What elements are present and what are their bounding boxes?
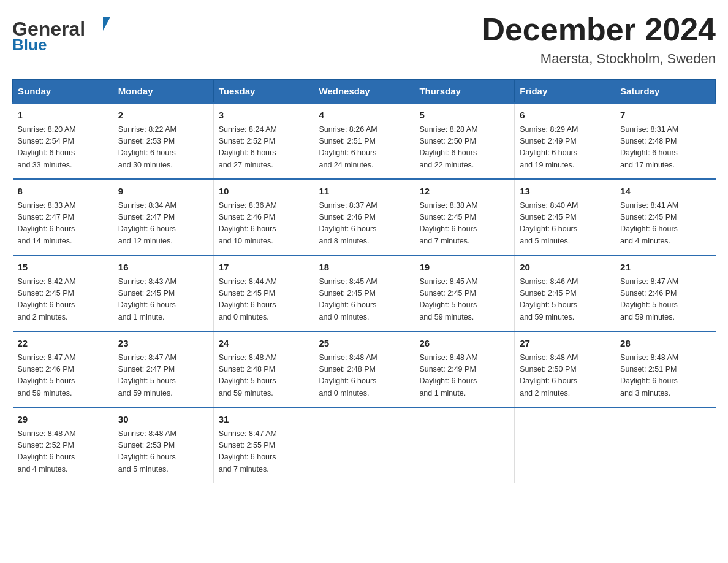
day-info: Sunrise: 8:20 AMSunset: 2:54 PMDaylight:… — [18, 124, 108, 172]
calendar-header-row: Sunday Monday Tuesday Wednesday Thursday… — [13, 80, 716, 104]
table-row: 2Sunrise: 8:22 AMSunset: 2:53 PMDaylight… — [113, 103, 213, 179]
day-info: Sunrise: 8:31 AMSunset: 2:48 PMDaylight:… — [620, 124, 710, 172]
day-number: 27 — [520, 337, 610, 351]
table-row: 23Sunrise: 8:47 AMSunset: 2:47 PMDayligh… — [113, 331, 213, 407]
col-sunday: Sunday — [13, 80, 113, 104]
svg-text:Blue: Blue — [12, 36, 47, 52]
day-number: 15 — [18, 261, 108, 275]
col-saturday: Saturday — [615, 80, 716, 104]
day-info: Sunrise: 8:42 AMSunset: 2:45 PMDaylight:… — [18, 276, 108, 324]
calendar-month-title: December 2024 — [482, 12, 716, 47]
day-number: 20 — [520, 261, 610, 275]
day-number: 11 — [319, 185, 409, 199]
calendar-title-area: December 2024 Maersta, Stockholm, Sweden — [482, 12, 716, 67]
table-row: 11Sunrise: 8:37 AMSunset: 2:46 PMDayligh… — [314, 179, 414, 255]
day-number: 4 — [319, 109, 409, 123]
calendar-table: Sunday Monday Tuesday Wednesday Thursday… — [12, 79, 716, 483]
col-friday: Friday — [515, 80, 615, 104]
day-info: Sunrise: 8:38 AMSunset: 2:45 PMDaylight:… — [419, 200, 509, 248]
day-info: Sunrise: 8:48 AMSunset: 2:51 PMDaylight:… — [620, 352, 710, 400]
day-info: Sunrise: 8:48 AMSunset: 2:53 PMDaylight:… — [118, 428, 208, 476]
table-row: 9Sunrise: 8:34 AMSunset: 2:47 PMDaylight… — [113, 179, 213, 255]
day-number: 2 — [118, 109, 208, 123]
table-row: 13Sunrise: 8:40 AMSunset: 2:45 PMDayligh… — [515, 179, 615, 255]
calendar-week-row: 22Sunrise: 8:47 AMSunset: 2:46 PMDayligh… — [13, 331, 716, 407]
day-number: 18 — [319, 261, 409, 275]
table-row: 28Sunrise: 8:48 AMSunset: 2:51 PMDayligh… — [615, 331, 716, 407]
day-number: 8 — [18, 185, 108, 199]
day-info: Sunrise: 8:33 AMSunset: 2:47 PMDaylight:… — [18, 200, 108, 248]
day-number: 17 — [219, 261, 309, 275]
day-number: 28 — [620, 337, 710, 351]
generalblue-logo: General Blue — [12, 12, 129, 52]
day-info: Sunrise: 8:47 AMSunset: 2:55 PMDaylight:… — [219, 428, 309, 476]
table-row: 3Sunrise: 8:24 AMSunset: 2:52 PMDaylight… — [213, 103, 314, 179]
table-row: 17Sunrise: 8:44 AMSunset: 2:45 PMDayligh… — [213, 255, 314, 331]
day-number: 13 — [520, 185, 610, 199]
calendar-week-row: 8Sunrise: 8:33 AMSunset: 2:47 PMDaylight… — [13, 179, 716, 255]
day-info: Sunrise: 8:45 AMSunset: 2:45 PMDaylight:… — [419, 276, 509, 324]
table-row: 10Sunrise: 8:36 AMSunset: 2:46 PMDayligh… — [213, 179, 314, 255]
calendar-week-row: 1Sunrise: 8:20 AMSunset: 2:54 PMDaylight… — [13, 103, 716, 179]
table-row: 12Sunrise: 8:38 AMSunset: 2:45 PMDayligh… — [414, 179, 515, 255]
day-info: Sunrise: 8:24 AMSunset: 2:52 PMDaylight:… — [219, 124, 309, 172]
day-info: Sunrise: 8:40 AMSunset: 2:45 PMDaylight:… — [520, 200, 610, 248]
day-number: 19 — [419, 261, 509, 275]
day-info: Sunrise: 8:28 AMSunset: 2:50 PMDaylight:… — [419, 124, 509, 172]
table-row: 15Sunrise: 8:42 AMSunset: 2:45 PMDayligh… — [13, 255, 113, 331]
table-row: 26Sunrise: 8:48 AMSunset: 2:49 PMDayligh… — [414, 331, 515, 407]
table-row: 8Sunrise: 8:33 AMSunset: 2:47 PMDaylight… — [13, 179, 113, 255]
day-info: Sunrise: 8:47 AMSunset: 2:46 PMDaylight:… — [18, 352, 108, 400]
day-info: Sunrise: 8:43 AMSunset: 2:45 PMDaylight:… — [118, 276, 208, 324]
day-info: Sunrise: 8:29 AMSunset: 2:49 PMDaylight:… — [520, 124, 610, 172]
day-number: 6 — [520, 109, 610, 123]
day-info: Sunrise: 8:37 AMSunset: 2:46 PMDaylight:… — [319, 200, 409, 248]
calendar-week-row: 29Sunrise: 8:48 AMSunset: 2:52 PMDayligh… — [13, 407, 716, 483]
table-row: 5Sunrise: 8:28 AMSunset: 2:50 PMDaylight… — [414, 103, 515, 179]
table-row: 30Sunrise: 8:48 AMSunset: 2:53 PMDayligh… — [113, 407, 213, 483]
day-info: Sunrise: 8:48 AMSunset: 2:48 PMDaylight:… — [219, 352, 309, 400]
table-row: 7Sunrise: 8:31 AMSunset: 2:48 PMDaylight… — [615, 103, 716, 179]
col-wednesday: Wednesday — [314, 80, 414, 104]
day-number: 23 — [118, 337, 208, 351]
table-row: 14Sunrise: 8:41 AMSunset: 2:45 PMDayligh… — [615, 179, 716, 255]
col-tuesday: Tuesday — [213, 80, 314, 104]
table-row: 1Sunrise: 8:20 AMSunset: 2:54 PMDaylight… — [13, 103, 113, 179]
table-row: 31Sunrise: 8:47 AMSunset: 2:55 PMDayligh… — [213, 407, 314, 483]
day-number: 25 — [319, 337, 409, 351]
table-row — [414, 407, 515, 483]
day-info: Sunrise: 8:45 AMSunset: 2:45 PMDaylight:… — [319, 276, 409, 324]
day-number: 5 — [419, 109, 509, 123]
table-row — [615, 407, 716, 483]
table-row: 20Sunrise: 8:46 AMSunset: 2:45 PMDayligh… — [515, 255, 615, 331]
day-info: Sunrise: 8:48 AMSunset: 2:49 PMDaylight:… — [419, 352, 509, 400]
table-row: 4Sunrise: 8:26 AMSunset: 2:51 PMDaylight… — [314, 103, 414, 179]
calendar-week-row: 15Sunrise: 8:42 AMSunset: 2:45 PMDayligh… — [13, 255, 716, 331]
day-info: Sunrise: 8:47 AMSunset: 2:47 PMDaylight:… — [118, 352, 208, 400]
day-info: Sunrise: 8:46 AMSunset: 2:45 PMDaylight:… — [520, 276, 610, 324]
col-monday: Monday — [113, 80, 213, 104]
day-info: Sunrise: 8:44 AMSunset: 2:45 PMDaylight:… — [219, 276, 309, 324]
day-info: Sunrise: 8:34 AMSunset: 2:47 PMDaylight:… — [118, 200, 208, 248]
day-info: Sunrise: 8:41 AMSunset: 2:45 PMDaylight:… — [620, 200, 710, 248]
table-row: 6Sunrise: 8:29 AMSunset: 2:49 PMDaylight… — [515, 103, 615, 179]
day-number: 1 — [18, 109, 108, 123]
day-info: Sunrise: 8:48 AMSunset: 2:52 PMDaylight:… — [18, 428, 108, 476]
col-thursday: Thursday — [414, 80, 515, 104]
table-row: 24Sunrise: 8:48 AMSunset: 2:48 PMDayligh… — [213, 331, 314, 407]
day-number: 22 — [18, 337, 108, 351]
table-row — [515, 407, 615, 483]
day-info: Sunrise: 8:22 AMSunset: 2:53 PMDaylight:… — [118, 124, 208, 172]
day-info: Sunrise: 8:48 AMSunset: 2:50 PMDaylight:… — [520, 352, 610, 400]
day-number: 30 — [118, 413, 208, 427]
day-number: 9 — [118, 185, 208, 199]
day-info: Sunrise: 8:47 AMSunset: 2:46 PMDaylight:… — [620, 276, 710, 324]
day-number: 31 — [219, 413, 309, 427]
day-info: Sunrise: 8:36 AMSunset: 2:46 PMDaylight:… — [219, 200, 309, 248]
table-row: 27Sunrise: 8:48 AMSunset: 2:50 PMDayligh… — [515, 331, 615, 407]
table-row: 25Sunrise: 8:48 AMSunset: 2:48 PMDayligh… — [314, 331, 414, 407]
day-number: 21 — [620, 261, 710, 275]
table-row — [314, 407, 414, 483]
day-number: 26 — [419, 337, 509, 351]
calendar-location: Maersta, Stockholm, Sweden — [482, 51, 716, 67]
